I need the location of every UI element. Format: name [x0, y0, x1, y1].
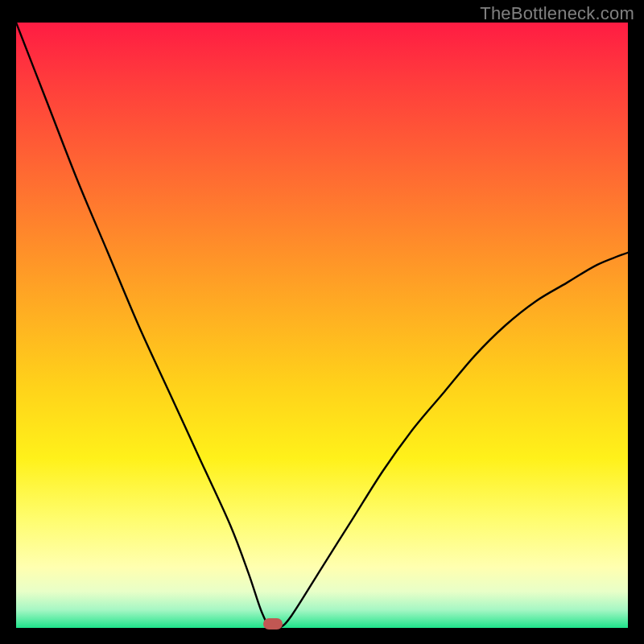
optimum-marker [263, 618, 283, 630]
plot-area [16, 23, 628, 628]
chart-frame: TheBottleneck.com [0, 0, 644, 644]
watermark-text: TheBottleneck.com [480, 3, 634, 24]
bottleneck-curve [16, 23, 628, 628]
curve-svg [16, 23, 628, 628]
